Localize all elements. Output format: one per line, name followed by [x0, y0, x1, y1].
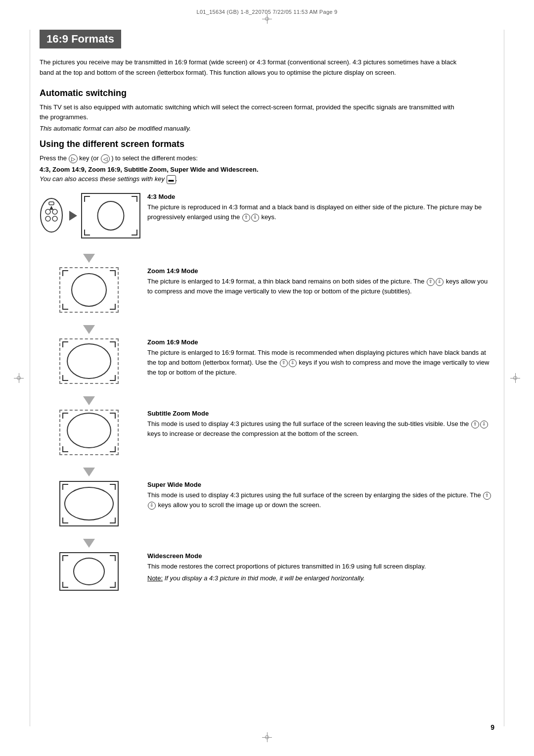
down-arrow-3 [83, 396, 95, 405]
first-illus [38, 193, 140, 238]
tv-screen-43 [81, 193, 140, 238]
mode-zoom169-title: Zoom 16:9 Mode [147, 338, 494, 346]
key-note: You can also access these settings with … [40, 175, 494, 184]
down-key-3: ⇩ [289, 359, 297, 367]
mode-superwide-title: Super Wide Mode [147, 481, 494, 488]
right-arrow-icon [69, 211, 77, 221]
up-key-2: ⇧ [427, 278, 435, 286]
mode-43-body: The picture is reproduced in 4:3 format … [147, 202, 494, 222]
illus-col-subtitle [40, 410, 138, 455]
tv-screen-zoom149 [59, 267, 119, 313]
intro-text: The pictures you receive may be transmit… [40, 57, 465, 78]
mode-text-zoom149: Zoom 14:9 Mode The picture is enlarged t… [138, 267, 494, 296]
mode-text-43: 4:3 Mode The picture is reproduced in 4:… [138, 193, 494, 222]
auto-switching-body: This TV set is also equipped with automa… [40, 102, 465, 123]
down-key-5: ⇩ [148, 502, 156, 510]
mode-row-widescreen: Widescreen Mode This mode restores the c… [40, 552, 494, 591]
up-key-4: ⇧ [471, 421, 479, 428]
mode-widescreen-body: This mode restores the correct proportio… [147, 562, 494, 571]
up-key-3: ⇧ [280, 359, 288, 367]
modes-container: 4:3 Mode The picture is reproduced in 4:… [40, 193, 494, 602]
arrow-col-5 [40, 537, 138, 549]
down-arrow-5 [83, 539, 95, 548]
mode-row-subtitle: Subtitle Zoom Mode This mode is used to … [40, 410, 494, 455]
svg-point-4 [52, 216, 57, 221]
illus-col-zoom169 [40, 338, 138, 384]
note-label: Note: [147, 574, 163, 582]
mode-row-43: 4:3 Mode The picture is reproduced in 4:… [40, 193, 494, 241]
auto-switching-title: Automatic switching [40, 88, 494, 98]
arrow-col-2 [40, 324, 138, 335]
down-key-4: ⇩ [480, 421, 488, 428]
remote-control-icon [38, 197, 65, 234]
svg-point-3 [45, 216, 50, 221]
illus-col-zoom149 [40, 267, 138, 313]
margin-line-left [30, 30, 30, 726]
mode-row-superwide: Super Wide Mode This mode is used to dis… [40, 481, 494, 526]
content-area: 16:9 Formats The pictures you receive ma… [40, 20, 494, 602]
up-key-icon: ⇧ [242, 214, 250, 222]
svg-marker-6 [49, 206, 53, 210]
up-key-5: ⇧ [483, 492, 491, 500]
illus-col-widescreen [40, 552, 138, 591]
arrow-col-4 [40, 466, 138, 478]
modes-select-text: ) to select the different modes: [111, 154, 198, 162]
tv-screen-superwide [59, 481, 119, 526]
mode-widescreen-note: Note: If you display a 4:3 picture in th… [147, 573, 494, 583]
key-or-text: key (or [79, 154, 100, 162]
crosshair-left [14, 373, 24, 383]
page-container: L01_15634 (GB) 1-8_220705 7/22/05 11:53 … [0, 0, 534, 756]
tv-screen-subtitle [59, 410, 119, 455]
mode-text-subtitle: Subtitle Zoom Mode This mode is used to … [138, 410, 494, 439]
down-key-2: ⇩ [436, 278, 444, 286]
crosshair-bottom [262, 732, 272, 742]
key-alt-symbol: ◁ [101, 154, 110, 163]
mode-widescreen-title: Widescreen Mode [147, 552, 494, 560]
modes-list: 4:3, Zoom 14:9, Zoom 16:9, Subtitle Zoom… [40, 166, 494, 173]
format-key-symbol: ▬ [167, 175, 176, 184]
down-key-icon: ⇩ [251, 214, 259, 222]
arrow-row-4 [40, 466, 494, 478]
crosshair-right [510, 373, 520, 383]
mode-zoom149-body: The picture is enlarged to 14:9 format, … [147, 277, 494, 296]
mode-zoom169-body: The picture is enlarged to 16:9 format. … [147, 348, 494, 378]
arrow-row-1 [40, 252, 494, 264]
press-key-text: Press the ▷ key (or ◁ ) to select the di… [40, 153, 465, 164]
section-title: 16:9 Formats [40, 30, 121, 48]
arrow-row-2 [40, 324, 494, 335]
press-text: Press the [40, 154, 69, 162]
margin-line-right [504, 30, 504, 726]
down-arrow-2 [83, 325, 95, 334]
auto-switching-italic: This automatic format can also be modifi… [40, 125, 494, 132]
svg-point-1 [45, 209, 50, 214]
mode-subtitle-title: Subtitle Zoom Mode [147, 410, 494, 417]
mode-text-superwide: Super Wide Mode This mode is used to dis… [138, 481, 494, 510]
page-number: 9 [490, 723, 494, 731]
arrow-col-3 [40, 395, 138, 407]
tv-screen-zoom169 [59, 338, 119, 384]
mode-text-zoom169: Zoom 16:9 Mode The picture is enlarged t… [138, 338, 494, 378]
down-arrow-4 [83, 468, 95, 476]
mode-row-zoom169: Zoom 16:9 Mode The picture is enlarged t… [40, 338, 494, 384]
using-formats-title: Using the different screen formats [40, 139, 494, 149]
svg-point-0 [41, 198, 62, 232]
svg-point-2 [52, 209, 57, 214]
tv-screen-widescreen [59, 552, 119, 591]
mode-43-title: 4:3 Mode [147, 193, 494, 200]
mode-zoom149-title: Zoom 14:9 Mode [147, 267, 494, 275]
svg-rect-5 [49, 202, 54, 205]
crosshair-top [262, 14, 272, 24]
mode-subtitle-body: This mode is used to display 4:3 picture… [147, 419, 494, 439]
key-d-symbol: ▷ [69, 154, 78, 163]
mode-text-widescreen: Widescreen Mode This mode restores the c… [138, 552, 494, 583]
mode-superwide-body: This mode is used to display 4:3 picture… [147, 490, 494, 510]
down-arrow-1 [83, 254, 95, 263]
arrow-col-1 [40, 252, 138, 264]
mode-row-zoom149: Zoom 14:9 Mode The picture is enlarged t… [40, 267, 494, 313]
illus-col-43 [40, 193, 138, 241]
arrow-row-3 [40, 395, 494, 407]
arrow-row-5 [40, 537, 494, 549]
illus-col-superwide [40, 481, 138, 526]
